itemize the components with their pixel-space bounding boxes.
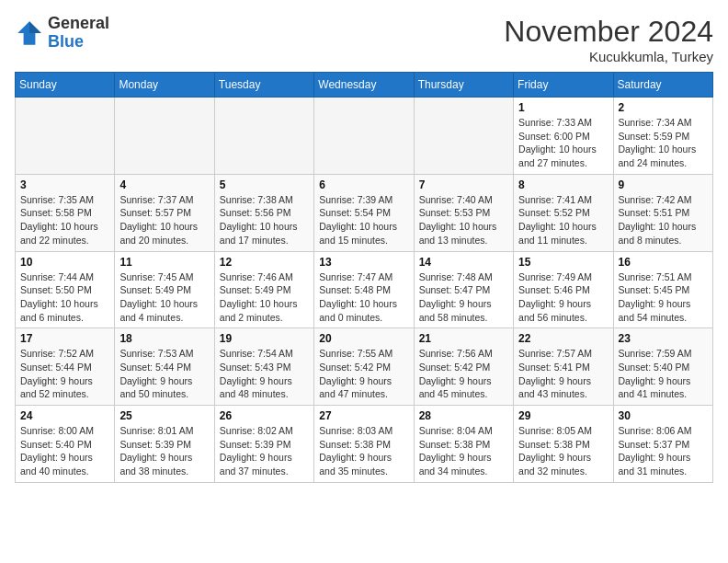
- weekday-header-saturday: Saturday: [613, 73, 712, 98]
- week-row-5: 24Sunrise: 8:00 AMSunset: 5:40 PMDayligh…: [16, 406, 713, 483]
- calendar-cell-19: 19Sunrise: 7:54 AMSunset: 5:43 PMDayligh…: [214, 328, 313, 406]
- calendar-cell-24: 24Sunrise: 8:00 AMSunset: 5:40 PMDayligh…: [16, 406, 115, 483]
- day-detail: Sunrise: 7:51 AMSunset: 5:45 PMDaylight:…: [619, 270, 708, 325]
- calendar-cell-empty-4: [414, 98, 513, 175]
- day-number: 24: [20, 409, 109, 422]
- calendar-cell-8: 8Sunrise: 7:41 AMSunset: 5:52 PMDaylight…: [514, 174, 613, 251]
- calendar-cell-29: 29Sunrise: 8:05 AMSunset: 5:38 PMDayligh…: [514, 406, 613, 483]
- week-row-1: 1Sunrise: 7:33 AMSunset: 6:00 PMDaylight…: [16, 98, 713, 175]
- day-number: 6: [319, 178, 408, 191]
- calendar-cell-25: 25Sunrise: 8:01 AMSunset: 5:39 PMDayligh…: [115, 406, 214, 483]
- weekday-header-monday: Monday: [115, 73, 214, 98]
- day-detail: Sunrise: 7:47 AMSunset: 5:48 PMDaylight:…: [319, 270, 408, 325]
- day-number: 30: [619, 409, 708, 422]
- calendar-cell-17: 17Sunrise: 7:52 AMSunset: 5:44 PMDayligh…: [16, 328, 115, 406]
- week-row-2: 3Sunrise: 7:35 AMSunset: 5:58 PMDaylight…: [16, 174, 713, 251]
- day-number: 16: [619, 256, 708, 269]
- day-number: 2: [619, 101, 708, 114]
- day-detail: Sunrise: 7:49 AMSunset: 5:46 PMDaylight:…: [518, 270, 608, 325]
- calendar-cell-7: 7Sunrise: 7:40 AMSunset: 5:53 PMDaylight…: [414, 174, 513, 251]
- day-detail: Sunrise: 7:52 AMSunset: 5:44 PMDaylight:…: [20, 347, 109, 401]
- logo-general-label: General: [48, 15, 109, 33]
- calendar-cell-26: 26Sunrise: 8:02 AMSunset: 5:39 PMDayligh…: [214, 406, 313, 483]
- day-detail: Sunrise: 7:40 AMSunset: 5:53 PMDaylight:…: [419, 193, 508, 247]
- day-number: 20: [319, 332, 408, 345]
- day-detail: Sunrise: 7:48 AMSunset: 5:47 PMDaylight:…: [419, 270, 508, 325]
- calendar-cell-23: 23Sunrise: 7:59 AMSunset: 5:40 PMDayligh…: [613, 328, 712, 406]
- calendar-cell-27: 27Sunrise: 8:03 AMSunset: 5:38 PMDayligh…: [314, 406, 414, 483]
- day-number: 25: [119, 409, 209, 422]
- calendar-cell-12: 12Sunrise: 7:46 AMSunset: 5:49 PMDayligh…: [214, 251, 313, 328]
- day-number: 15: [518, 256, 608, 269]
- day-detail: Sunrise: 8:00 AMSunset: 5:40 PMDaylight:…: [20, 424, 109, 478]
- day-detail: Sunrise: 7:59 AMSunset: 5:40 PMDaylight:…: [619, 347, 708, 401]
- day-number: 10: [20, 256, 109, 269]
- day-number: 13: [319, 256, 408, 269]
- calendar-table: SundayMondayTuesdayWednesdayThursdayFrid…: [15, 72, 713, 483]
- calendar-cell-5: 5Sunrise: 7:38 AMSunset: 5:56 PMDaylight…: [214, 174, 313, 251]
- day-detail: Sunrise: 8:03 AMSunset: 5:38 PMDaylight:…: [319, 424, 408, 478]
- calendar-cell-2: 2Sunrise: 7:34 AMSunset: 5:59 PMDaylight…: [613, 98, 712, 175]
- calendar-cell-empty-3: [314, 98, 414, 175]
- weekday-header-friday: Friday: [514, 73, 613, 98]
- day-detail: Sunrise: 8:01 AMSunset: 5:39 PMDaylight:…: [119, 424, 209, 478]
- day-detail: Sunrise: 8:04 AMSunset: 5:38 PMDaylight:…: [419, 424, 508, 478]
- day-number: 3: [20, 178, 109, 191]
- day-number: 11: [119, 256, 209, 269]
- calendar-cell-empty-0: [16, 98, 115, 175]
- day-detail: Sunrise: 7:38 AMSunset: 5:56 PMDaylight:…: [220, 193, 309, 247]
- month-title: November 2024: [504, 15, 713, 49]
- day-number: 29: [518, 409, 608, 422]
- day-detail: Sunrise: 7:39 AMSunset: 5:54 PMDaylight:…: [319, 193, 408, 247]
- calendar-cell-28: 28Sunrise: 8:04 AMSunset: 5:38 PMDayligh…: [414, 406, 513, 483]
- day-number: 7: [419, 178, 508, 191]
- title-block: November 2024 Kucukkumla, Turkey: [504, 15, 713, 64]
- week-row-3: 10Sunrise: 7:44 AMSunset: 5:50 PMDayligh…: [16, 251, 713, 328]
- calendar-cell-18: 18Sunrise: 7:53 AMSunset: 5:44 PMDayligh…: [115, 328, 214, 406]
- logo-blue-label: Blue: [48, 33, 109, 52]
- day-number: 9: [619, 178, 708, 191]
- weekday-header-sunday: Sunday: [16, 73, 115, 98]
- day-detail: Sunrise: 8:05 AMSunset: 5:38 PMDaylight:…: [518, 424, 608, 478]
- weekday-header-tuesday: Tuesday: [214, 73, 313, 98]
- calendar-cell-21: 21Sunrise: 7:56 AMSunset: 5:42 PMDayligh…: [414, 328, 513, 406]
- weekday-header-wednesday: Wednesday: [314, 73, 414, 98]
- day-number: 18: [119, 332, 209, 345]
- day-number: 14: [419, 256, 508, 269]
- weekday-header-thursday: Thursday: [414, 73, 513, 98]
- calendar-cell-16: 16Sunrise: 7:51 AMSunset: 5:45 PMDayligh…: [613, 251, 712, 328]
- day-detail: Sunrise: 7:34 AMSunset: 5:59 PMDaylight:…: [619, 116, 708, 170]
- calendar-cell-9: 9Sunrise: 7:42 AMSunset: 5:51 PMDaylight…: [613, 174, 712, 251]
- location-label: Kucukkumla, Turkey: [504, 49, 713, 64]
- day-number: 23: [619, 332, 708, 345]
- day-number: 12: [220, 256, 309, 269]
- day-detail: Sunrise: 7:44 AMSunset: 5:50 PMDaylight:…: [20, 270, 109, 325]
- day-number: 4: [119, 178, 209, 191]
- day-detail: Sunrise: 7:41 AMSunset: 5:52 PMDaylight:…: [518, 193, 608, 247]
- day-number: 17: [20, 332, 109, 345]
- day-detail: Sunrise: 7:56 AMSunset: 5:42 PMDaylight:…: [419, 347, 508, 401]
- calendar-cell-22: 22Sunrise: 7:57 AMSunset: 5:41 PMDayligh…: [514, 328, 613, 406]
- calendar-cell-11: 11Sunrise: 7:45 AMSunset: 5:49 PMDayligh…: [115, 251, 214, 328]
- day-detail: Sunrise: 7:46 AMSunset: 5:49 PMDaylight:…: [220, 270, 309, 325]
- day-number: 19: [220, 332, 309, 345]
- day-number: 8: [518, 178, 608, 191]
- day-detail: Sunrise: 7:42 AMSunset: 5:51 PMDaylight:…: [619, 193, 708, 247]
- svg-marker-1: [29, 21, 41, 33]
- calendar-cell-empty-2: [214, 98, 313, 175]
- day-number: 26: [220, 409, 309, 422]
- day-detail: Sunrise: 7:54 AMSunset: 5:43 PMDaylight:…: [220, 347, 309, 401]
- day-detail: Sunrise: 7:33 AMSunset: 6:00 PMDaylight:…: [518, 116, 608, 170]
- calendar-cell-14: 14Sunrise: 7:48 AMSunset: 5:47 PMDayligh…: [414, 251, 513, 328]
- day-number: 21: [419, 332, 508, 345]
- day-detail: Sunrise: 7:35 AMSunset: 5:58 PMDaylight:…: [20, 193, 109, 247]
- calendar-cell-13: 13Sunrise: 7:47 AMSunset: 5:48 PMDayligh…: [314, 251, 414, 328]
- day-number: 1: [518, 101, 608, 114]
- logo-text: General Blue: [48, 15, 109, 52]
- day-detail: Sunrise: 7:37 AMSunset: 5:57 PMDaylight:…: [119, 193, 209, 247]
- day-detail: Sunrise: 7:57 AMSunset: 5:41 PMDaylight:…: [518, 347, 608, 401]
- calendar-cell-30: 30Sunrise: 8:06 AMSunset: 5:37 PMDayligh…: [613, 406, 712, 483]
- calendar-cell-1: 1Sunrise: 7:33 AMSunset: 6:00 PMDaylight…: [514, 98, 613, 175]
- day-number: 28: [419, 409, 508, 422]
- day-detail: Sunrise: 8:06 AMSunset: 5:37 PMDaylight:…: [619, 424, 708, 478]
